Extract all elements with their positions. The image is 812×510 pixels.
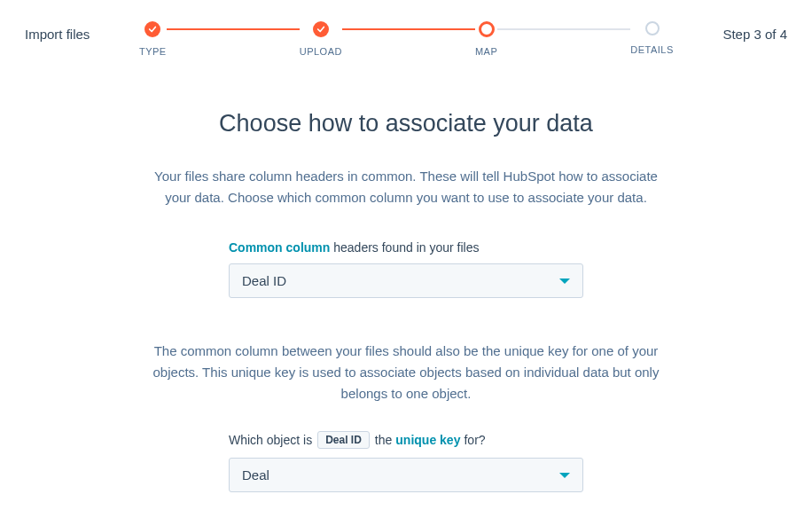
unique-key-block: Which object is Deal ID the unique key f… — [229, 431, 583, 492]
question-text: Which object is — [229, 433, 312, 447]
common-column-label: Common column headers found in your file… — [229, 240, 583, 255]
question-text: for? — [464, 433, 485, 447]
pending-step-icon — [645, 21, 660, 35]
unique-key-link[interactable]: unique key — [395, 433, 460, 447]
header-left-title: Import files — [25, 21, 90, 42]
common-column-label-text: headers found in your files — [330, 240, 479, 255]
main-content: Choose how to associate your data Your f… — [122, 57, 690, 492]
unique-key-question: Which object is Deal ID the unique key f… — [229, 431, 583, 449]
step-counter: Step 3 of 4 — [722, 21, 787, 42]
stepper-connector — [167, 28, 300, 30]
step-map[interactable]: MAP — [475, 21, 497, 57]
progress-stepper: TYPE UPLOAD MAP DETAILS — [90, 21, 722, 57]
step-type[interactable]: TYPE — [139, 21, 167, 57]
step-label: MAP — [475, 46, 497, 57]
column-chip: Deal ID — [317, 431, 370, 449]
page-title: Choose how to associate your data — [122, 110, 690, 137]
select-value: Deal — [242, 467, 269, 483]
step-label: UPLOAD — [300, 46, 342, 57]
header: Import files TYPE UPLOAD MAP DETAILS Ste… — [0, 0, 812, 57]
chevron-down-icon — [559, 473, 570, 478]
common-column-block: Common column headers found in your file… — [229, 240, 583, 298]
unique-key-object-select[interactable]: Deal — [229, 458, 583, 492]
chevron-down-icon — [559, 279, 570, 284]
question-text: the — [375, 433, 392, 447]
common-column-link[interactable]: Common column — [229, 240, 330, 255]
stepper-connector — [497, 28, 630, 30]
stepper-connector — [342, 28, 475, 30]
check-icon — [144, 21, 160, 37]
page-description: Your files share column headers in commo… — [122, 166, 690, 208]
current-step-icon — [479, 21, 495, 37]
step-upload[interactable]: UPLOAD — [300, 21, 342, 57]
step-label: DETAILS — [630, 44, 674, 55]
common-column-select[interactable]: Deal ID — [229, 263, 583, 298]
check-icon — [313, 21, 329, 37]
step-label: TYPE — [139, 46, 167, 57]
unique-key-description: The common column between your files sho… — [122, 341, 690, 404]
step-details[interactable]: DETAILS — [630, 21, 674, 55]
select-value: Deal ID — [242, 273, 286, 288]
